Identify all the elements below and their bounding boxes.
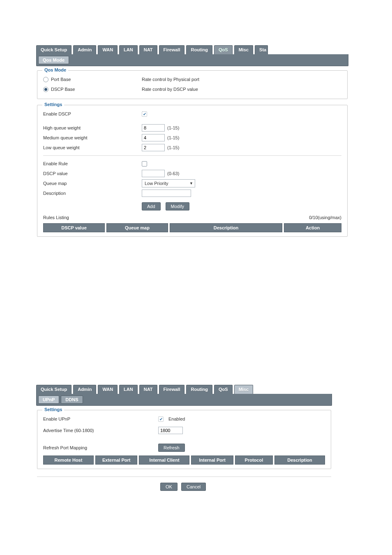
low-weight-label: Low queue weight xyxy=(43,145,142,150)
refresh-port-mapping-label: Refresh Port Mapping xyxy=(43,445,158,450)
modify-button[interactable]: Modify xyxy=(166,202,189,210)
action-bar: OK Cancel xyxy=(37,476,331,491)
enable-dscp-label: Enable DSCP xyxy=(43,111,142,116)
misc-sub-tabs: UPnP DDNS xyxy=(36,394,332,406)
radio-port-base-label: Port Base xyxy=(51,77,71,82)
medium-weight-label: Medium queue weight xyxy=(43,135,142,140)
legend-settings: Settings xyxy=(42,102,64,107)
enable-upnp-label: Enable UPnP xyxy=(43,416,158,421)
th-protocol: Protocol xyxy=(235,456,273,465)
enable-rule-label: Enable Rule xyxy=(43,161,142,166)
th-description-2: Description xyxy=(274,456,325,465)
enable-dscp-checkbox[interactable] xyxy=(142,111,147,117)
tab-quick-setup[interactable]: Quick Setup xyxy=(36,45,71,54)
medium-weight-input[interactable] xyxy=(142,134,165,141)
tab-quick-setup-2[interactable]: Quick Setup xyxy=(36,385,71,394)
description-label: Description xyxy=(43,191,142,196)
advertise-time-label: Advertise Time (60-1800) xyxy=(43,428,158,433)
medium-weight-hint: (1-15) xyxy=(167,135,179,140)
tab-misc[interactable]: Misc xyxy=(234,45,253,54)
legend-upnp-settings: Settings xyxy=(42,407,64,412)
queue-map-label: Queue map xyxy=(43,181,142,186)
th-remote-host: Remote Host xyxy=(43,456,94,465)
tab-nat-2[interactable]: NAT xyxy=(139,385,157,394)
tab-nat[interactable]: NAT xyxy=(139,45,157,54)
dscp-value-hint: (0-63) xyxy=(167,171,179,176)
refresh-button[interactable]: Refresh xyxy=(158,444,185,452)
th-action: Action xyxy=(284,223,341,232)
tab-admin-2[interactable]: Admin xyxy=(73,385,96,394)
tab-status-truncated[interactable]: Sta xyxy=(255,45,268,54)
rules-count: 0/10(using/max) xyxy=(309,215,341,220)
subtab-upnp[interactable]: UPnP xyxy=(38,395,59,404)
tab-admin[interactable]: Admin xyxy=(73,45,96,54)
high-weight-label: High queue weight xyxy=(43,125,142,130)
tab-routing-2[interactable]: Routing xyxy=(186,385,212,394)
th-dscp-value: DSCP value xyxy=(43,223,105,232)
subtab-qos-mode[interactable]: Qos Mode xyxy=(38,56,69,64)
dscp-base-desc: Rate control by DSCP value xyxy=(142,87,198,92)
group-upnp-settings: Settings Enable UPnP Enabled Advertise T… xyxy=(37,410,331,469)
queue-map-selected: Low Priority xyxy=(145,181,168,186)
tab-qos-2[interactable]: QoS xyxy=(214,385,233,394)
tab-firewall-2[interactable]: Firewall xyxy=(159,385,185,394)
enable-upnp-checkbox[interactable] xyxy=(158,416,164,422)
enable-rule-checkbox[interactable] xyxy=(142,161,147,166)
port-base-desc: Rate control by Physical port xyxy=(142,77,199,82)
legend-qos-mode: Qos Mode xyxy=(42,67,68,72)
chevron-down-icon: ▼ xyxy=(189,181,193,185)
radio-dscp-base[interactable] xyxy=(43,87,48,92)
tab-qos[interactable]: QoS xyxy=(214,45,233,54)
radio-dscp-base-label: DSCP Base xyxy=(51,87,75,92)
tab-firewall[interactable]: Firewall xyxy=(159,45,185,54)
ok-button[interactable]: OK xyxy=(160,483,178,491)
th-internal-client: Internal Client xyxy=(139,456,189,465)
tab-wan-2[interactable]: WAN xyxy=(98,385,118,394)
add-button[interactable]: Add xyxy=(142,202,161,210)
low-weight-hint: (1-15) xyxy=(167,145,179,150)
group-settings: Settings Enable DSCP High queue weight (… xyxy=(37,105,348,237)
port-mapping-table: Remote Host External Port Internal Clien… xyxy=(43,456,325,465)
radio-port-base[interactable] xyxy=(43,77,48,82)
rules-listing-label: Rules Listing xyxy=(43,215,69,220)
dscp-value-input[interactable] xyxy=(142,170,165,177)
th-external-port: External Port xyxy=(95,456,137,465)
qos-sub-tabs: Qos Mode xyxy=(36,54,348,66)
qos-main-tabs: Quick Setup Admin WAN LAN NAT Firewall R… xyxy=(36,45,348,54)
low-weight-input[interactable] xyxy=(142,144,165,151)
misc-main-tabs: Quick Setup Admin WAN LAN NAT Firewall R… xyxy=(36,385,332,394)
advertise-time-input[interactable] xyxy=(158,427,183,434)
subtab-ddns[interactable]: DDNS xyxy=(61,395,83,404)
cancel-button[interactable]: Cancel xyxy=(181,483,206,491)
description-input[interactable] xyxy=(142,190,191,197)
high-weight-input[interactable] xyxy=(142,124,165,132)
tab-wan[interactable]: WAN xyxy=(98,45,118,54)
high-weight-hint: (1-15) xyxy=(167,125,179,130)
th-description: Description xyxy=(170,223,282,232)
queue-map-select[interactable]: Low Priority ▼ xyxy=(142,179,195,187)
rules-table: DSCP value Queue map Description Action xyxy=(43,223,341,232)
tab-routing[interactable]: Routing xyxy=(186,45,212,54)
dscp-value-label: DSCP value xyxy=(43,171,142,176)
tab-lan-2[interactable]: LAN xyxy=(119,385,138,394)
th-internal-port: Internal Port xyxy=(191,456,233,465)
enable-upnp-checkbox-label: Enabled xyxy=(168,416,185,421)
group-qos-mode: Qos Mode Port Base Rate control by Physi… xyxy=(37,70,348,99)
tab-misc-2[interactable]: Misc xyxy=(234,385,253,394)
th-queue-map: Queue map xyxy=(106,223,168,232)
tab-lan[interactable]: LAN xyxy=(119,45,138,54)
